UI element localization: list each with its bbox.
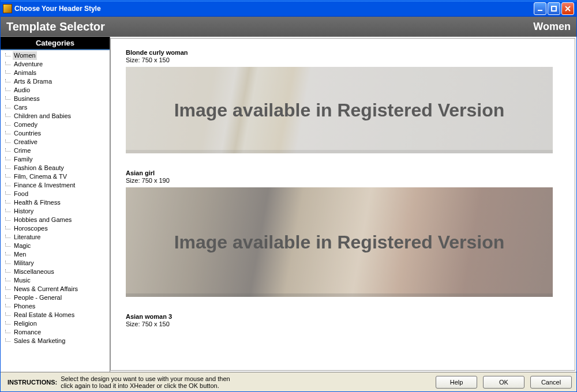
- category-item-label: Fashion & Beauty: [13, 164, 65, 172]
- category-item[interactable]: Religion: [4, 319, 110, 328]
- category-item[interactable]: Cars: [4, 103, 110, 112]
- svg-rect-1: [552, 6, 556, 11]
- category-item[interactable]: Audio: [4, 86, 110, 95]
- template-name: Asian woman 3: [126, 313, 568, 320]
- category-item[interactable]: People - General: [4, 293, 110, 302]
- sidebar: Categories WomenAdventureAnimalsArts & D…: [1, 37, 110, 372]
- category-item[interactable]: Hobbies and Games: [4, 216, 110, 224]
- help-button[interactable]: Help: [436, 376, 477, 389]
- category-item-label: Literature: [13, 233, 42, 242]
- category-item-label: Film, Cinema & TV: [13, 172, 68, 181]
- category-item-label: Comedy: [13, 120, 39, 129]
- category-item-label: Adventure: [13, 60, 44, 69]
- category-item-label: Miscellaneous: [13, 267, 55, 276]
- category-item[interactable]: Arts & Drama: [4, 77, 110, 86]
- category-item-label: Religion: [13, 319, 38, 328]
- current-category-heading: Women: [533, 21, 571, 33]
- template-preview[interactable]: Image available in Registered Version: [126, 67, 553, 153]
- category-item-label: Creative: [13, 138, 39, 146]
- category-item[interactable]: Fashion & Beauty: [4, 164, 110, 172]
- category-item[interactable]: Magic: [4, 242, 110, 250]
- category-item[interactable]: Animals: [4, 69, 110, 77]
- category-item-label: Animals: [13, 69, 38, 77]
- template-item[interactable]: Blonde curly womanSize: 750 x 150Image a…: [126, 49, 568, 153]
- app-window: Choose Your Header Style Template Select…: [0, 0, 577, 392]
- category-item[interactable]: Romance: [4, 328, 110, 337]
- body-area: Categories WomenAdventureAnimalsArts & D…: [1, 36, 576, 372]
- category-item[interactable]: Music: [4, 276, 110, 285]
- category-item[interactable]: Men: [4, 250, 110, 259]
- category-item[interactable]: Film, Cinema & TV: [4, 172, 110, 181]
- category-item[interactable]: Women: [4, 51, 110, 60]
- category-item-label: Crime: [13, 146, 32, 155]
- category-item-label: Cars: [13, 103, 28, 112]
- template-item[interactable]: Asian woman 3Size: 750 x 150: [126, 313, 568, 327]
- category-item[interactable]: Military: [4, 259, 110, 267]
- sidebar-heading: Categories: [1, 37, 110, 50]
- category-item[interactable]: Real Estate & Homes: [4, 311, 110, 319]
- titlebar[interactable]: Choose Your Header Style: [1, 1, 576, 17]
- category-list[interactable]: WomenAdventureAnimalsArts & DramaAudioBu…: [1, 50, 110, 372]
- minimize-icon: [537, 5, 544, 12]
- category-item-label: Phones: [13, 302, 36, 311]
- category-item[interactable]: Sales & Marketing: [4, 337, 110, 345]
- category-item-label: Men: [13, 250, 27, 259]
- category-item[interactable]: Creative: [4, 138, 110, 146]
- instructions-text: Select the design you want to use with y…: [61, 375, 230, 389]
- cancel-button[interactable]: Cancel: [530, 376, 572, 389]
- category-item-label: Audio: [13, 86, 31, 95]
- category-item[interactable]: Adventure: [4, 60, 110, 69]
- category-item[interactable]: Literature: [4, 233, 110, 242]
- category-item[interactable]: Children and Babies: [4, 112, 110, 120]
- close-icon: [564, 5, 571, 12]
- category-item-label: People - General: [13, 293, 63, 302]
- maximize-button[interactable]: [548, 2, 560, 15]
- category-item-label: Military: [13, 259, 35, 267]
- close-button[interactable]: [561, 2, 574, 15]
- category-item-label: History: [13, 207, 35, 216]
- category-item-label: Health & Fitness: [13, 198, 62, 207]
- minimize-button[interactable]: [534, 2, 546, 15]
- footer-bar: INSTRUCTIONS: Select the design you want…: [1, 372, 576, 391]
- category-item[interactable]: Crime: [4, 146, 110, 155]
- category-item[interactable]: History: [4, 207, 110, 216]
- category-item[interactable]: Finance & Investment: [4, 181, 110, 190]
- template-name: Asian girl: [126, 169, 568, 176]
- template-size: Size: 750 x 150: [126, 321, 568, 327]
- category-item-label: Food: [13, 190, 29, 198]
- category-item[interactable]: Food: [4, 190, 110, 198]
- category-item[interactable]: News & Current Affairs: [4, 285, 110, 293]
- category-item-label: Family: [13, 155, 33, 164]
- category-item[interactable]: Comedy: [4, 120, 110, 129]
- category-item-label: Real Estate & Homes: [13, 311, 76, 319]
- category-item-label: Business: [13, 95, 41, 103]
- category-item[interactable]: Horoscopes: [4, 224, 110, 233]
- instructions-label: INSTRUCTIONS:: [8, 379, 57, 386]
- category-item-label: Women: [13, 51, 37, 60]
- template-size: Size: 750 x 150: [126, 56, 568, 63]
- category-item[interactable]: Phones: [4, 302, 110, 311]
- category-item[interactable]: Business: [4, 95, 110, 103]
- category-item-label: Children and Babies: [13, 112, 72, 120]
- window-title: Choose Your Header Style: [14, 5, 534, 13]
- category-item-label: Finance & Investment: [13, 181, 76, 190]
- category-item-label: Arts & Drama: [13, 77, 53, 86]
- category-item-label: Romance: [13, 328, 42, 337]
- overlay-text: Image available in Registered Version: [174, 100, 505, 121]
- category-item-label: Countries: [13, 129, 42, 138]
- header-band: Template Selector Women: [1, 17, 576, 36]
- category-item-label: Hobbies and Games: [13, 216, 73, 224]
- template-name: Blonde curly woman: [126, 49, 568, 56]
- template-item[interactable]: Asian girlSize: 750 x 190Image available…: [126, 169, 568, 297]
- maximize-icon: [550, 5, 557, 12]
- category-item[interactable]: Countries: [4, 129, 110, 138]
- app-icon: [3, 4, 12, 13]
- category-item[interactable]: Miscellaneous: [4, 267, 110, 276]
- category-item[interactable]: Family: [4, 155, 110, 164]
- template-preview[interactable]: Image available in Registered Version: [126, 187, 553, 297]
- overlay-text: Image available in Registered Version: [174, 232, 505, 253]
- category-item[interactable]: Health & Fitness: [4, 198, 110, 207]
- ok-button[interactable]: OK: [483, 376, 524, 389]
- template-list[interactable]: Blonde curly womanSize: 750 x 150Image a…: [111, 39, 575, 370]
- category-item-label: Music: [13, 276, 32, 285]
